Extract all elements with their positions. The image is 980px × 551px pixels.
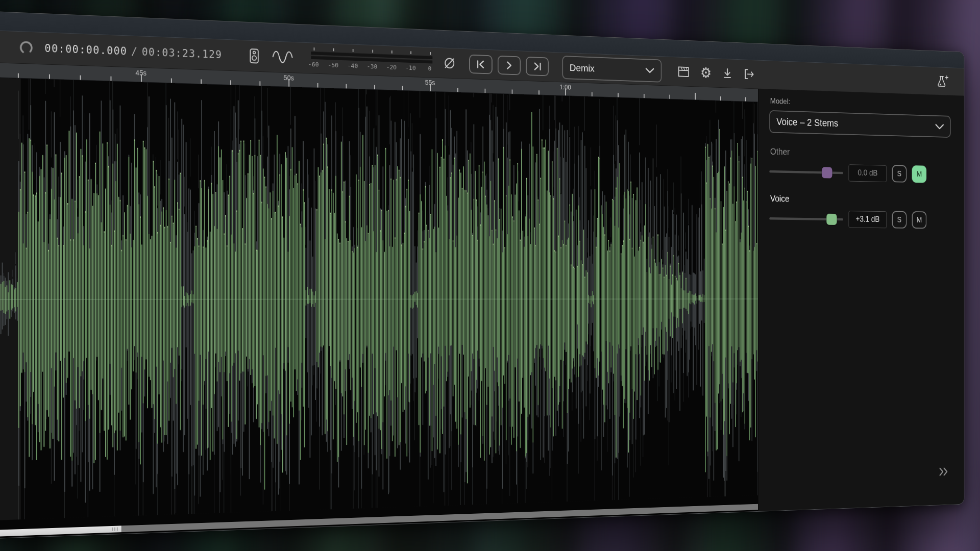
waveform-canvas[interactable] (0, 78, 758, 520)
level-meter: -60-50-40-30-20-100 (311, 47, 432, 73)
model-label: Model: (770, 96, 951, 111)
meter-tick (410, 51, 411, 54)
meter-scale-label: -20 (386, 63, 397, 71)
stem-row-voice: Voice +3.1 dB S M (769, 193, 950, 229)
mode-select[interactable]: Demix (562, 56, 662, 83)
app-window: 00:00:00.000/00:03:23.129 -60-50-40-30-2… (0, 11, 964, 539)
slider-thumb[interactable] (826, 213, 837, 224)
settings-button[interactable]: ⚙ (700, 65, 712, 80)
stem-name: Voice (770, 193, 951, 207)
scrollbar-grip (112, 528, 118, 531)
ruler-tick (720, 96, 721, 101)
meter-tick (353, 49, 354, 52)
loop-icon (19, 40, 34, 56)
mute-button[interactable]: M (912, 211, 927, 229)
meter-scale-label: -10 (405, 64, 415, 71)
ruler-tick (201, 79, 202, 84)
meter-scale-label: 0 (428, 65, 431, 72)
phase-invert-icon (442, 55, 457, 71)
speaker-icon (247, 47, 261, 65)
meter-tick (333, 48, 334, 52)
gain-value-field[interactable]: +3.1 dB (849, 211, 887, 228)
ruler-tick (374, 85, 375, 90)
ruler-label: 50s (284, 73, 294, 82)
stem-gain-slider[interactable] (769, 212, 843, 225)
skip-to-end-icon (532, 61, 543, 72)
mute-button[interactable]: M (912, 165, 927, 183)
meter-scale-label: -60 (308, 60, 319, 68)
ruler-tick (457, 88, 458, 92)
ruler-tick (18, 73, 19, 78)
solo-button[interactable]: S (892, 211, 907, 229)
chevron-down-icon (935, 123, 944, 130)
total-duration: 00:03:23.129 (142, 46, 222, 61)
double-chevron-right-icon (938, 465, 949, 478)
ruler-label: 45s (136, 69, 146, 77)
skip-to-start-icon (475, 59, 486, 69)
ruler-tick (670, 95, 671, 99)
meter-scale-label: -30 (367, 63, 378, 70)
ruler-tick (618, 93, 619, 97)
meter-tick (372, 50, 373, 53)
media-button[interactable] (677, 65, 690, 79)
clapperboard-icon (677, 65, 690, 79)
waveform-container (0, 78, 758, 529)
ruler-tick (49, 74, 50, 79)
toolbar-spacer (764, 74, 928, 81)
ruler-tick (695, 93, 696, 100)
ruler-tick (346, 84, 347, 89)
phase-invert-button[interactable] (442, 55, 457, 71)
meter-scale-label: -40 (348, 62, 358, 69)
meter-tick (430, 52, 431, 55)
skip-to-start-button[interactable] (469, 55, 493, 74)
time-divider: / (127, 45, 141, 58)
current-time: 00:00:00.000 (44, 42, 127, 58)
toolbar-icon-group: ⚙ (677, 64, 755, 81)
ruler-tick (260, 81, 261, 86)
play-button[interactable] (498, 56, 521, 76)
stem-name: Other (770, 146, 951, 161)
waveform-view: 45s50s55s1:00 (0, 63, 758, 538)
ruler-tick (230, 80, 231, 85)
meter-tick (391, 51, 393, 54)
export-button[interactable] (744, 68, 755, 81)
model-select[interactable]: Voice – 2 Stems (769, 110, 950, 138)
ruler-tick (317, 83, 318, 88)
speaker-button[interactable] (247, 47, 261, 65)
ruler-label: 55s (425, 79, 435, 87)
stem-row-other: Other 0.0 dB S M (769, 146, 950, 183)
ruler-tick (111, 77, 112, 81)
transport-controls (469, 55, 549, 77)
ruler-tick (402, 86, 403, 90)
chevron-down-icon (645, 68, 654, 73)
meter-tick (313, 47, 314, 51)
slider-thumb[interactable] (822, 167, 832, 178)
play-icon (503, 60, 514, 71)
collapse-panel-button[interactable] (936, 465, 951, 479)
loop-button[interactable] (19, 40, 34, 56)
ruler-label: 1:00 (559, 83, 571, 91)
ruler-tick (512, 89, 513, 93)
gear-icon: ⚙ (700, 65, 712, 80)
solo-button[interactable]: S (892, 165, 907, 182)
time-display: 00:00:00.000/00:03:23.129 (44, 42, 222, 61)
skip-to-end-button[interactable] (526, 57, 549, 76)
ruler-tick (644, 94, 645, 98)
meter-scale-label: -50 (328, 61, 338, 69)
download-button[interactable] (722, 67, 733, 80)
gain-value-field[interactable]: 0.0 dB (849, 164, 887, 182)
mode-select-value: Demix (570, 62, 595, 74)
flask-plus-icon (936, 73, 949, 89)
ruler-tick (485, 89, 486, 93)
experiments-button[interactable] (936, 73, 949, 89)
ruler-tick (80, 76, 81, 80)
main-area: 45s50s55s1:00 Model: Voice – 2 Stems Oth… (0, 63, 964, 538)
export-icon (744, 68, 755, 81)
ruler-tick (538, 90, 540, 94)
stem-gain-slider[interactable] (769, 165, 843, 179)
ruler-tick (592, 92, 593, 96)
download-icon (722, 67, 733, 80)
sine-wave-button[interactable] (272, 50, 298, 65)
stem-panel: Model: Voice – 2 Stems Other 0.0 dB S M (758, 89, 964, 511)
ruler-tick (171, 79, 172, 83)
